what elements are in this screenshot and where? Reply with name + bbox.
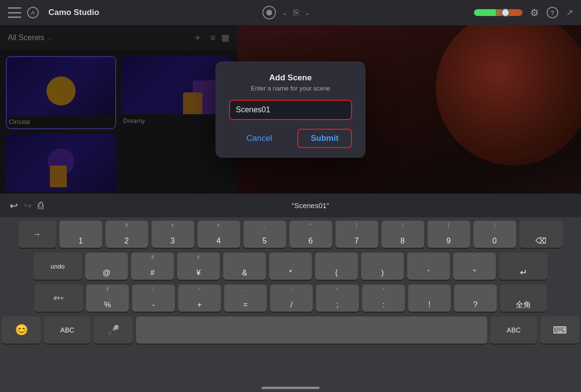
symbols-toggle-key[interactable]: #+= [34,285,83,312]
key-question[interactable]: ? [454,285,497,312]
keyboard: → 1 $ 2 € 3 £ 4 _ 5 ^ 6 [ 7 ] [0,218,581,392]
settings-icon[interactable]: ⚙ [530,7,539,18]
microphone-key[interactable]: 🎤 [94,317,133,344]
top-bar-center: ⌄ ⎘ ⌄ [99,6,474,19]
key-hyphen[interactable]: | - [132,285,175,312]
keyboard-row-numbers: → 1 $ 2 € 3 £ 4 _ 5 ^ 6 [ 7 ] [2,221,579,248]
key-semicolon[interactable]: < ; [316,285,359,312]
undo-back-icon[interactable]: ↩ [10,200,18,211]
return-key[interactable]: ↵ [499,253,548,280]
dialog-input-wrapper [229,100,352,120]
key-hash[interactable]: $ # [131,253,174,280]
camo-logo-icon: A [27,7,39,18]
battery-indicator [474,9,522,16]
key-equals[interactable]: … = [224,285,267,312]
keyboard-dismiss-key[interactable]: ⌨ [540,317,579,344]
key-at[interactable]: @ [85,253,128,280]
redo-forward-icon[interactable]: ↪ [24,200,32,211]
wifi-icon: ⎘ [293,8,299,18]
undo-key[interactable]: undo [33,253,82,280]
abc-label-right: ABC [507,326,521,334]
key-5[interactable]: _ 5 [244,221,286,248]
key-open-paren[interactable]: ( [315,253,358,280]
top-bar-right: ⚙ ? ↗ [474,7,573,18]
top-bar: A Camo Studio ⌄ ⎘ ⌄ ⚙ ? ↗ [0,0,581,25]
key-percent[interactable]: § % [86,285,129,312]
key-double-quote[interactable]: " " [453,253,496,280]
external-link-icon[interactable]: ↗ [566,7,573,18]
key-9[interactable]: { 9 [428,221,470,248]
key-ampersand[interactable]: & [223,253,266,280]
abc-label-left: ABC [61,326,75,334]
key-7[interactable]: [ 7 [336,221,378,248]
keyboard-row-symbols1: undo @ $ # € ¥ & * ( ) ' ' " " [2,253,579,280]
keyboard-row-bottom: 😊 ABC 🎤 ABC ⌨ [2,317,579,344]
tab-key[interactable]: → [18,221,56,248]
key-close-paren[interactable]: ) [361,253,404,280]
home-indicator [261,387,320,389]
key-8[interactable]: ] 8 [382,221,424,248]
key-exclamation[interactable]: ! [408,285,451,312]
key-asterisk[interactable]: * [269,253,312,280]
key-slash[interactable]: \ / [270,285,313,312]
submit-button[interactable]: Submit [298,130,351,147]
scene-name-input[interactable] [230,101,351,119]
wifi-chevron-icon[interactable]: ⌄ [305,9,310,16]
key-4[interactable]: £ 4 [198,221,240,248]
top-bar-left: A Camo Studio [8,7,99,18]
backspace-key[interactable]: ⌫ [520,221,563,248]
key-single-quote[interactable]: ' ' [407,253,450,280]
keyboard-toolbar: ↩ ↪ ⎙ "Scenes01" [0,194,581,218]
key-3[interactable]: € 3 [152,221,194,248]
key-yen[interactable]: € ¥ [177,253,220,280]
dialog-overlay: Add Scene Enter a name for your scene Ca… [0,25,581,194]
abc-key-right[interactable]: ABC [490,317,537,344]
key-6[interactable]: ^ 6 [290,221,332,248]
key-1[interactable]: 1 [60,221,102,248]
submit-button-wrapper: Submit [297,129,352,148]
dialog-buttons: Cancel Submit [229,129,352,148]
cancel-button[interactable]: Cancel [229,129,290,148]
emoji-key[interactable]: 😊 [2,317,41,344]
help-button[interactable]: ? [547,7,558,18]
paste-icon[interactable]: ⎙ [38,200,44,211]
abc-key-left[interactable]: ABC [44,317,91,344]
zenkaku-key[interactable]: 全角 [500,285,547,312]
keyboard-row-symbols2: #+= § % | - ~ + … = \ / < ; > : [2,285,579,312]
key-colon[interactable]: > : [362,285,405,312]
app-title: Camo Studio [48,8,99,17]
record-button[interactable] [262,6,276,19]
key-plus[interactable]: ~ + [178,285,221,312]
dialog-title: Add Scene [229,73,352,83]
sidebar-toggle-button[interactable] [8,7,21,18]
autocomplete-suggestion[interactable]: "Scenes01" [49,201,571,210]
dialog-subtitle: Enter a name for your scene [229,85,352,92]
record-chevron-icon[interactable]: ⌄ [282,9,288,16]
key-2[interactable]: $ 2 [106,221,148,248]
add-scene-dialog: Add Scene Enter a name for your scene Ca… [215,61,366,158]
spacebar-key[interactable] [136,317,487,344]
key-0[interactable]: } 0 [474,221,516,248]
